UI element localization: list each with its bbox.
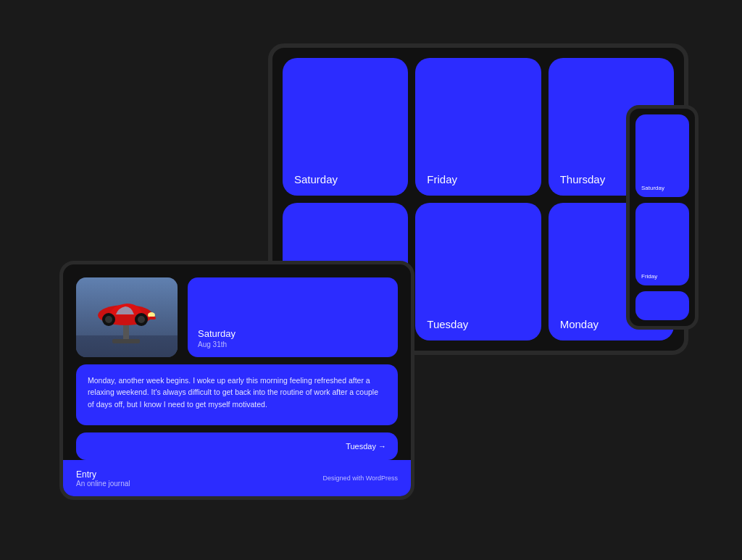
day-label-friday: Friday [427,173,457,185]
blog-title-card[interactable]: Saturday Aug 31th [188,277,398,357]
svg-point-8 [138,316,145,323]
blog-nav-label: Tuesday → [346,442,386,451]
day-card-tuesday[interactable]: Tuesday [415,203,541,340]
blog-footer-left: Entry An online journal [76,469,130,488]
blog-footer-credit: Designed with WordPress [323,475,398,482]
blog-device: Saturday Aug 31th Monday, another week b… [59,261,414,500]
blog-footer-subtitle: An online journal [76,480,130,488]
blog-title: Saturday [198,328,388,339]
blog-image [76,277,178,357]
day-label-monday: Monday [560,318,599,330]
blog-body-text: Monday, another week begins. I woke up e… [88,375,386,410]
day-card-friday[interactable]: Friday [415,58,541,196]
blog-footer-title: Entry [76,469,130,480]
svg-rect-10 [149,317,156,319]
blog-nav-button[interactable]: Tuesday → [76,432,398,460]
day-label-thursday: Thursday [560,173,606,185]
blog-top-row: Saturday Aug 31th [76,277,398,357]
phone-card-friday[interactable]: Friday [635,203,689,285]
phone-device: Saturday Friday [626,105,699,330]
day-card-saturday[interactable]: Saturday [283,58,408,196]
phone-label-friday: Friday [641,273,657,280]
blog-body-card: Monday, another week begins. I woke up e… [76,364,398,425]
phone-label-saturday: Saturday [641,185,664,191]
phone-card-saturday[interactable]: Saturday [635,114,689,197]
phone-card-bottom[interactable] [635,291,689,320]
blog-content: Saturday Aug 31th Monday, another week b… [63,264,411,460]
day-label-saturday: Saturday [294,173,338,185]
svg-rect-3 [112,339,140,343]
svg-point-6 [105,316,112,323]
day-label-tuesday: Tuesday [427,318,468,330]
blog-date: Aug 31th [198,340,388,348]
blog-footer: Entry An online journal Designed with Wo… [63,460,411,496]
